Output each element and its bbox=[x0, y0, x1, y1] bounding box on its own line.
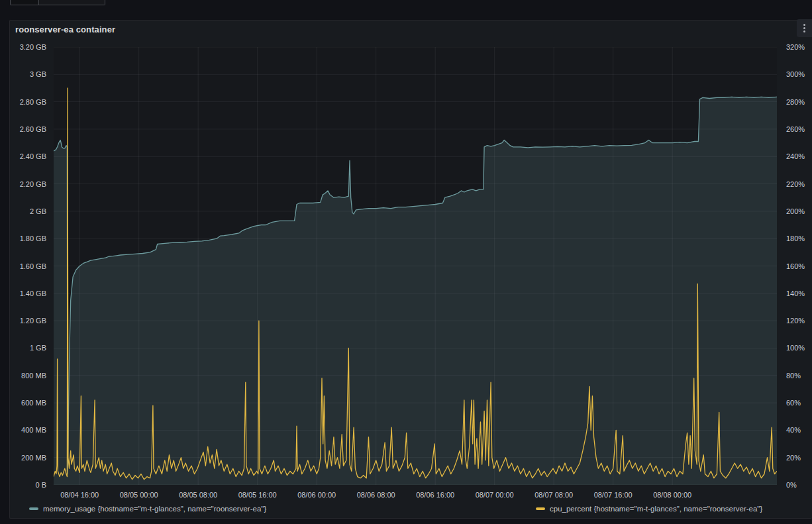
y-axis-right-cpu: 320%300%280%260%240%220%200%180%160%140%… bbox=[782, 47, 812, 485]
y-tick-label-cpu: 20% bbox=[786, 454, 801, 462]
y-tick-label-cpu: 140% bbox=[786, 289, 805, 297]
x-tick-label: 08/08 00:00 bbox=[653, 491, 691, 499]
y-tick-label-cpu: 280% bbox=[786, 98, 805, 106]
x-tick-label: 08/06 08:00 bbox=[357, 491, 395, 499]
y-tick-label-memory: 0 B bbox=[35, 481, 46, 489]
y-tick-label-memory: 2.40 GB bbox=[20, 152, 46, 160]
y-tick-label-memory: 400 MB bbox=[21, 426, 46, 434]
y-tick-label-cpu: 0% bbox=[786, 481, 797, 489]
y-tick-label-cpu: 80% bbox=[786, 372, 801, 380]
kebab-icon bbox=[803, 30, 805, 32]
y-tick-label-cpu: 320% bbox=[786, 43, 805, 51]
x-tick-label: 08/07 16:00 bbox=[594, 491, 633, 499]
panel-title[interactable]: roonserver-ea container bbox=[15, 25, 115, 34]
y-tick-label-memory: 200 MB bbox=[21, 454, 46, 462]
memory-series-marker-icon bbox=[29, 507, 38, 510]
y-tick-label-cpu: 240% bbox=[786, 152, 805, 160]
y-tick-label-cpu: 40% bbox=[786, 426, 801, 434]
y-tick-label-cpu: 260% bbox=[786, 125, 805, 133]
y-tick-label-memory: 1 GB bbox=[30, 344, 46, 352]
time-series-chart[interactable] bbox=[54, 47, 777, 485]
x-tick-label: 08/05 00:00 bbox=[120, 491, 158, 499]
y-tick-label-cpu: 60% bbox=[786, 399, 801, 407]
y-tick-label-memory: 1.60 GB bbox=[20, 262, 46, 270]
y-tick-label-memory: 800 MB bbox=[21, 372, 46, 380]
panel-roonserver-ea: roonserver-ea container 3.20 GB3 GB2.80 … bbox=[9, 20, 812, 519]
kebab-icon bbox=[803, 24, 805, 26]
y-tick-label-cpu: 220% bbox=[786, 180, 805, 188]
y-tick-label-cpu: 180% bbox=[786, 235, 805, 242]
cropped-toolbar-button-1[interactable] bbox=[10, 0, 38, 5]
kebab-icon bbox=[803, 27, 805, 29]
legend: memory_usage {hostname="m-t-glances", na… bbox=[10, 505, 812, 518]
y-tick-label-memory: 600 MB bbox=[21, 399, 46, 407]
x-tick-label: 08/05 16:00 bbox=[238, 491, 277, 499]
x-tick-label: 08/06 16:00 bbox=[416, 491, 454, 499]
x-axis-time: 08/04 16:0008/05 00:0008/05 08:0008/05 1… bbox=[10, 490, 812, 500]
panel-menu-button[interactable] bbox=[797, 19, 812, 37]
y-tick-label-cpu: 160% bbox=[786, 262, 805, 270]
grafana-page: roonserver-ea container 3.20 GB3 GB2.80 … bbox=[0, 0, 812, 524]
legend-label-memory: memory_usage {hostname="m-t-glances", na… bbox=[43, 505, 266, 513]
x-tick-label: 08/07 00:00 bbox=[476, 491, 514, 499]
legend-item-cpu-percent[interactable]: cpu_percent {hostname="m-t-glances", nam… bbox=[536, 505, 762, 513]
x-tick-label: 08/06 00:00 bbox=[297, 491, 336, 499]
legend-label-cpu: cpu_percent {hostname="m-t-glances", nam… bbox=[550, 505, 762, 513]
y-tick-label-memory: 3 GB bbox=[30, 70, 46, 78]
y-axis-left-memory: 3.20 GB3 GB2.80 GB2.60 GB2.40 GB2.20 GB2… bbox=[10, 47, 50, 485]
chart-canvas[interactable] bbox=[54, 47, 777, 485]
y-tick-label-memory: 2.80 GB bbox=[20, 98, 46, 106]
y-tick-label-cpu: 300% bbox=[786, 70, 805, 78]
y-tick-label-memory: 1.80 GB bbox=[20, 235, 46, 242]
cropped-toolbar-button-2[interactable] bbox=[38, 0, 105, 5]
y-tick-label-cpu: 100% bbox=[786, 344, 805, 352]
y-tick-label-memory: 1.20 GB bbox=[20, 317, 46, 325]
y-tick-label-memory: 3.20 GB bbox=[20, 43, 46, 51]
cropped-toolbar bbox=[10, 0, 105, 5]
y-tick-label-memory: 1.40 GB bbox=[20, 289, 46, 297]
x-tick-label: 08/07 08:00 bbox=[534, 491, 573, 499]
x-tick-label: 08/05 08:00 bbox=[179, 491, 217, 499]
y-tick-label-memory: 2 GB bbox=[30, 207, 46, 215]
legend-item-memory-usage[interactable]: memory_usage {hostname="m-t-glances", na… bbox=[29, 505, 266, 513]
cpu-series-marker-icon bbox=[536, 507, 545, 510]
series-fill-0 bbox=[54, 97, 777, 485]
panel-header: roonserver-ea container bbox=[10, 21, 812, 40]
y-tick-label-cpu: 200% bbox=[786, 207, 805, 215]
y-tick-label-cpu: 120% bbox=[786, 317, 805, 325]
x-tick-label: 08/04 16:00 bbox=[60, 491, 99, 499]
y-tick-label-memory: 2.20 GB bbox=[20, 180, 46, 188]
y-tick-label-memory: 2.60 GB bbox=[20, 125, 46, 133]
